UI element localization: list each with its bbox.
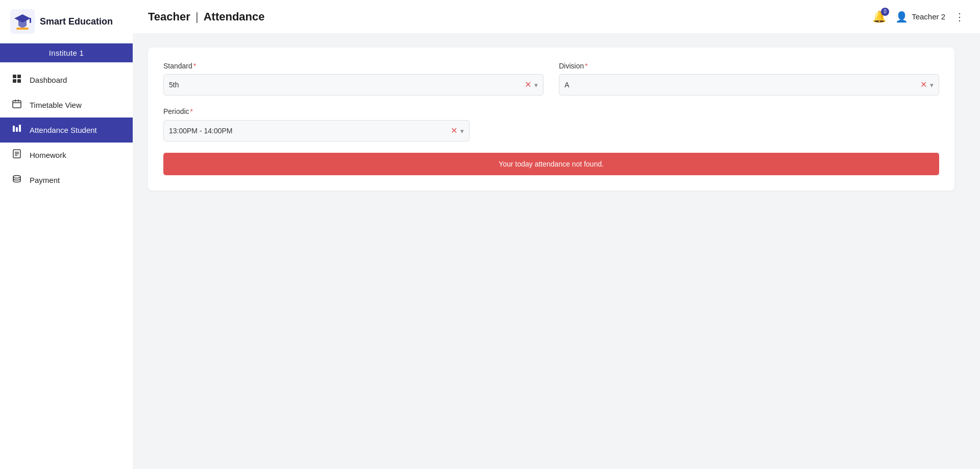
svg-rect-13 bbox=[16, 127, 18, 132]
dashboard-icon bbox=[11, 74, 22, 86]
user-label: Teacher 2 bbox=[912, 12, 945, 21]
homework-icon bbox=[11, 149, 22, 161]
app-name: Smart Education bbox=[40, 16, 113, 27]
page-body: Standard* 5th ✕ ▾ Division* bbox=[133, 33, 980, 469]
periodic-value: 13:00PM - 14:00PM bbox=[169, 127, 451, 135]
notification-bell[interactable]: 🔔 0 bbox=[872, 10, 886, 24]
timetable-icon bbox=[11, 99, 22, 111]
svg-rect-5 bbox=[17, 75, 21, 78]
periodic-required: * bbox=[190, 107, 193, 115]
sidebar-item-dashboard-label: Dashboard bbox=[30, 76, 67, 84]
notification-badge: 0 bbox=[881, 8, 889, 16]
division-required: * bbox=[585, 62, 587, 70]
sidebar-item-dashboard[interactable]: Dashboard bbox=[0, 67, 133, 92]
division-label: Division* bbox=[559, 62, 939, 70]
svg-rect-2 bbox=[30, 18, 31, 23]
standard-label: Standard* bbox=[163, 62, 544, 70]
standard-required: * bbox=[193, 62, 196, 70]
attendance-card: Standard* 5th ✕ ▾ Division* bbox=[148, 48, 954, 191]
svg-rect-3 bbox=[16, 28, 29, 30]
svg-point-19 bbox=[13, 176, 20, 178]
standard-select-actions: ✕ ▾ bbox=[525, 81, 538, 89]
payment-icon bbox=[11, 174, 22, 186]
sidebar-logo: Smart Education bbox=[0, 0, 133, 43]
user-menu[interactable]: 👤 Teacher 2 bbox=[895, 11, 945, 23]
standard-division-row: Standard* 5th ✕ ▾ Division* bbox=[163, 62, 939, 96]
periodic-clear-button[interactable]: ✕ bbox=[451, 127, 457, 135]
svg-rect-8 bbox=[13, 101, 21, 108]
standard-clear-button[interactable]: ✕ bbox=[525, 81, 531, 89]
division-select-actions: ✕ ▾ bbox=[920, 81, 934, 89]
nav-menu: Dashboard Timetable View bbox=[0, 62, 133, 469]
svg-rect-6 bbox=[13, 79, 16, 83]
header: Teacher | Attendance 🔔 0 👤 Teacher 2 ⋮ bbox=[133, 0, 980, 33]
sidebar-item-payment[interactable]: Payment bbox=[0, 168, 133, 193]
sidebar-item-attendance[interactable]: Attendance Student bbox=[0, 118, 133, 143]
attendance-icon bbox=[11, 124, 22, 136]
periodic-label: Periodic* bbox=[163, 107, 193, 115]
sidebar-item-timetable[interactable]: Timetable View bbox=[0, 92, 133, 118]
app-logo-icon bbox=[10, 9, 35, 34]
main-content: Teacher | Attendance 🔔 0 👤 Teacher 2 ⋮ bbox=[133, 0, 980, 469]
svg-rect-4 bbox=[13, 75, 16, 78]
division-select[interactable]: A ✕ ▾ bbox=[559, 74, 939, 96]
svg-rect-7 bbox=[17, 79, 21, 83]
standard-select[interactable]: 5th ✕ ▾ bbox=[163, 74, 544, 96]
division-value: A bbox=[565, 81, 920, 89]
standard-value: 5th bbox=[169, 81, 525, 89]
alert-message: Your today attendance not found. bbox=[499, 160, 604, 168]
sidebar-item-homework[interactable]: Homework bbox=[0, 143, 133, 168]
user-icon: 👤 bbox=[895, 11, 908, 23]
standard-dropdown-arrow[interactable]: ▾ bbox=[534, 81, 538, 89]
sidebar-item-timetable-label: Timetable View bbox=[30, 101, 82, 109]
periodic-dropdown-arrow[interactable]: ▾ bbox=[460, 127, 464, 135]
periodic-select-actions: ✕ ▾ bbox=[451, 127, 464, 135]
svg-rect-14 bbox=[19, 125, 21, 132]
periodic-field-group: Periodic* 13:00PM - 14:00PM ✕ ▾ bbox=[163, 107, 939, 142]
standard-field-group: Standard* 5th ✕ ▾ bbox=[163, 62, 544, 96]
sidebar-item-payment-label: Payment bbox=[30, 176, 60, 184]
more-options-icon[interactable]: ⋮ bbox=[954, 11, 965, 23]
division-field-group: Division* A ✕ ▾ bbox=[559, 62, 939, 96]
periodic-select[interactable]: 13:00PM - 14:00PM ✕ ▾ bbox=[163, 120, 470, 142]
sidebar-item-homework-label: Homework bbox=[30, 151, 66, 159]
division-dropdown-arrow[interactable]: ▾ bbox=[930, 81, 934, 89]
sidebar-item-attendance-label: Attendance Student bbox=[30, 126, 97, 134]
division-clear-button[interactable]: ✕ bbox=[920, 81, 927, 89]
header-right: 🔔 0 👤 Teacher 2 ⋮ bbox=[872, 10, 965, 24]
svg-rect-12 bbox=[13, 126, 15, 132]
sidebar: Smart Education Institute 1 Dashboard bbox=[0, 0, 133, 469]
institute-banner: Institute 1 bbox=[0, 43, 133, 62]
page-title: Teacher | Attendance bbox=[148, 10, 265, 24]
attendance-error-alert: Your today attendance not found. bbox=[163, 153, 939, 175]
